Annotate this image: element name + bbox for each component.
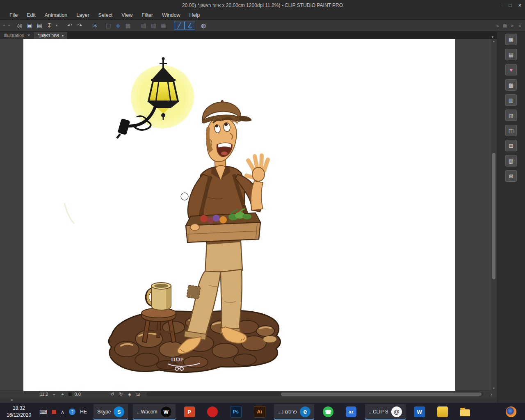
taskbar-button-blue-app[interactable]: az — [342, 404, 360, 420]
help-tray-icon[interactable]: ? — [69, 409, 75, 415]
panel-layer-icon[interactable]: ▧ — [505, 110, 517, 121]
skype-icon: S — [114, 406, 124, 417]
canvas-horizontal-scrollbar[interactable] — [146, 392, 483, 396]
illustration-drawing: יוסם — [23, 39, 455, 391]
menu-file[interactable]: File — [5, 12, 22, 18]
taskbar-button-whatsapp[interactable]: ☎ — [319, 404, 337, 420]
taskbar-button-firefox[interactable] — [502, 404, 520, 420]
zoom-value[interactable]: 11.2 — [40, 392, 48, 397]
taskbar-button-clip-studio[interactable]: ...CLIP S @ — [365, 404, 406, 420]
maximize-button[interactable]: □ — [509, 3, 511, 8]
panel-expand-icon[interactable]: » — [509, 23, 516, 28]
taskbar-button-recorder[interactable] — [203, 404, 221, 420]
toolbar-overflow-icon-2[interactable]: » — [7, 21, 11, 30]
clip-studio-icon: @ — [391, 406, 402, 417]
reset-rotation-icon[interactable]: ◈ — [127, 392, 132, 397]
tab-illustration[interactable]: Illustration ✕ — [0, 32, 34, 39]
invert-selection-icon[interactable]: ▦ — [158, 21, 168, 30]
menu-bar: File Edit Animation Layer Select View Fi… — [0, 11, 525, 20]
panel-navigator-icon[interactable]: ▤ — [505, 49, 517, 60]
tab-close-icon[interactable]: ✕ — [27, 33, 30, 37]
panel-favorites-heart-icon[interactable]: ♥ — [505, 64, 517, 75]
language-indicator[interactable]: HE — [80, 409, 87, 415]
save-file-icon[interactable]: ↧ — [44, 21, 54, 30]
new-file-icon[interactable]: ▣ — [25, 21, 34, 30]
taskbar-button-powerpoint[interactable]: P — [180, 404, 199, 420]
panel-information-icon[interactable]: ⊠ — [505, 170, 517, 182]
menu-animation[interactable]: Animation — [40, 12, 72, 18]
close-button[interactable]: ✕ — [518, 3, 522, 8]
polyline-tool-icon[interactable]: ∠ — [185, 21, 195, 30]
taskbar-date: 16/12/2020 — [7, 412, 31, 419]
menu-window[interactable]: Window — [158, 12, 185, 18]
redo-icon[interactable]: ↷ — [75, 21, 84, 30]
taskbar-clock[interactable]: 18:32 16/12/2020 — [2, 405, 35, 419]
show-hidden-icons-icon[interactable]: ∧ — [61, 409, 65, 415]
deselect-icon[interactable]: ▧ — [148, 21, 158, 30]
canvas-vertical-scrollbar[interactable]: ▲ ▼ — [491, 39, 496, 391]
tab-illustration-label: Illustration — [4, 33, 24, 38]
taskbar-button-yellow-app[interactable] — [434, 404, 452, 420]
panel-tool-property-icon[interactable]: ⊞ — [505, 140, 517, 151]
taskbar-button-wacom[interactable]: ...Wacom W — [133, 404, 175, 420]
horizontal-scroll-thumb[interactable] — [281, 393, 482, 396]
panel-material-icon[interactable]: ▩ — [505, 79, 517, 91]
menu-edit[interactable]: Edit — [22, 12, 40, 18]
brush-cursor — [181, 193, 188, 200]
save-menu-chevron-icon[interactable]: ▾ — [54, 21, 59, 30]
zoom-out-icon[interactable]: − — [51, 392, 57, 397]
panel-collapse-left-icon[interactable]: « — [494, 23, 501, 28]
taskbar-button-illustrator[interactable]: Ai — [250, 404, 269, 420]
panel-collapse-right-icon[interactable]: « — [516, 23, 523, 28]
fit-screen-icon[interactable]: ⊡ — [135, 392, 141, 397]
undo-icon[interactable]: ↶ — [65, 21, 75, 30]
taskbar-button-word[interactable]: W — [411, 404, 429, 420]
scroll-down-icon[interactable]: ▼ — [491, 386, 496, 391]
firefox-icon — [506, 406, 516, 417]
processing-icon[interactable]: ∗ — [90, 21, 100, 30]
touch-keyboard-icon[interactable]: ⌨ — [39, 409, 47, 415]
word-icon: W — [414, 406, 425, 417]
scroll-right-icon[interactable]: › — [488, 392, 494, 397]
balloon-tool-icon[interactable]: ◍ — [199, 21, 208, 30]
rotation-value[interactable]: 0.0 — [75, 392, 81, 397]
collapse-panel-icon[interactable]: » — [9, 399, 14, 402]
panel-layer-property-icon[interactable]: ◫ — [505, 125, 517, 136]
fill-icon[interactable]: ◆ — [113, 21, 123, 30]
select-rect-icon[interactable]: ▨ — [139, 21, 148, 30]
toolbar-overflow-icon[interactable]: » — [2, 21, 7, 30]
tray-red-app-icon[interactable] — [52, 410, 56, 414]
zoom-in-icon[interactable]: + — [60, 392, 66, 397]
menu-layer[interactable]: Layer — [72, 12, 94, 18]
panel-quick-access-icon[interactable]: ▦ — [505, 34, 517, 45]
clear-icon[interactable]: ▢ — [103, 21, 113, 30]
panel-history-icon[interactable]: ▨ — [505, 155, 517, 167]
menu-view[interactable]: View — [117, 12, 137, 18]
menu-select[interactable]: Select — [94, 12, 117, 18]
transform-icon[interactable]: ▩ — [123, 21, 133, 30]
panel-subview-icon[interactable]: ▥ — [505, 94, 517, 106]
tab-list-chevron-icon[interactable]: ▾ — [488, 35, 497, 39]
minimize-button[interactable]: – — [500, 3, 502, 8]
scroll-up-icon[interactable]: ▲ — [491, 39, 496, 44]
taskbar-button-photoshop[interactable]: Ps — [226, 404, 245, 420]
tab-first-illustration[interactable]: *איור ראשון ● — [34, 32, 67, 39]
taskbar-button-file-explorer[interactable] — [457, 404, 474, 420]
rotate-cw-icon[interactable]: ↻ — [118, 392, 124, 397]
panel-toggle-icon[interactable]: ▤ — [501, 23, 509, 28]
zoom-fit-icon[interactable] — [68, 393, 72, 396]
clip-studio-logo-icon[interactable]: ◎ — [15, 21, 25, 30]
vertical-scroll-thumb[interactable] — [492, 153, 495, 279]
rotate-ccw-icon[interactable]: ↺ — [110, 392, 115, 397]
taskbar-button-edge[interactable]: פרסם נ... e — [274, 404, 314, 420]
taskbar-button-skype[interactable]: Skype S — [94, 404, 128, 420]
clip-studio-label: ...CLIP S — [369, 409, 388, 415]
document-canvas[interactable]: יוסם — [23, 39, 455, 391]
canvas-area: יוסם — [0, 39, 497, 390]
tab-unsaved-dot-icon: ● — [62, 34, 64, 37]
photoshop-icon: Ps — [230, 406, 242, 418]
open-file-icon[interactable]: ▤ — [34, 21, 44, 30]
menu-help[interactable]: Help — [185, 12, 204, 18]
line-tool-icon[interactable]: ╱ — [174, 21, 185, 30]
menu-filter[interactable]: Filter — [137, 12, 158, 18]
